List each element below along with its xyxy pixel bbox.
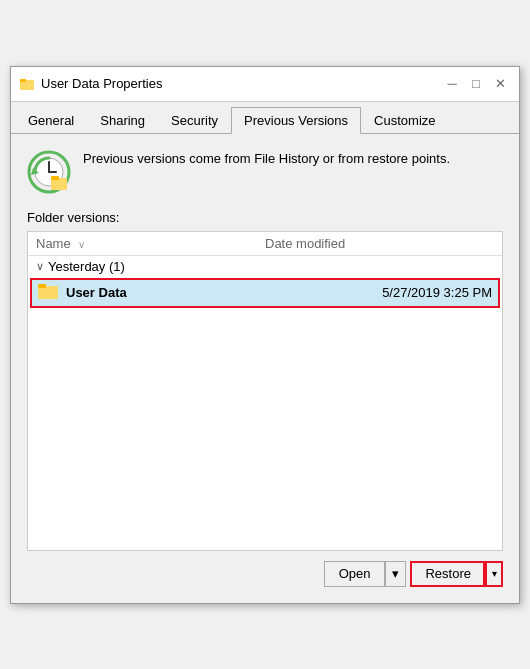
tab-security[interactable]: Security xyxy=(158,107,231,134)
group-chevron-icon: ∨ xyxy=(36,260,44,273)
clock-history-icon xyxy=(27,150,71,194)
folder-versions-label: Folder versions: xyxy=(27,210,503,225)
tab-general[interactable]: General xyxy=(15,107,87,134)
row-name: User Data xyxy=(66,285,382,300)
tab-sharing[interactable]: Sharing xyxy=(87,107,158,134)
info-section: Previous versions come from File History… xyxy=(27,150,503,194)
restore-button[interactable]: Restore xyxy=(410,561,485,587)
title-controls: ─ □ ✕ xyxy=(441,73,511,95)
tab-bar: General Sharing Security Previous Versio… xyxy=(11,102,519,134)
svg-rect-8 xyxy=(51,176,59,180)
properties-window: User Data Properties ─ □ ✕ General Shari… xyxy=(10,66,520,604)
table-row[interactable]: User Data 5/27/2019 3:25 PM xyxy=(30,278,500,308)
maximize-button[interactable]: □ xyxy=(465,73,487,95)
row-date: 5/27/2019 3:25 PM xyxy=(382,285,492,300)
tab-previous-versions[interactable]: Previous Versions xyxy=(231,107,361,134)
svg-rect-1 xyxy=(20,79,26,82)
folder-row-icon xyxy=(38,283,58,303)
restore-dropdown-button[interactable]: ▾ xyxy=(485,561,503,587)
sort-icon: ∨ xyxy=(78,239,85,250)
tab-content: Previous versions come from File History… xyxy=(11,134,519,603)
restore-split-button: Restore ▾ xyxy=(410,561,503,587)
window-title: User Data Properties xyxy=(41,76,162,91)
tab-customize[interactable]: Customize xyxy=(361,107,448,134)
info-description: Previous versions come from File History… xyxy=(83,150,450,168)
open-button[interactable]: Open xyxy=(324,561,386,587)
list-header: Name ∨ Date modified xyxy=(28,232,502,256)
title-bar: User Data Properties ─ □ ✕ xyxy=(11,67,519,102)
close-button[interactable]: ✕ xyxy=(489,73,511,95)
column-date: Date modified xyxy=(265,236,494,251)
button-bar: Open ▾ Restore ▾ xyxy=(27,561,503,587)
svg-rect-10 xyxy=(38,284,46,288)
minimize-button[interactable]: ─ xyxy=(441,73,463,95)
open-dropdown-button[interactable]: ▾ xyxy=(385,561,406,587)
group-label: Yesterday (1) xyxy=(48,259,125,274)
open-split-button: Open ▾ xyxy=(324,561,407,587)
group-yesterday[interactable]: ∨ Yesterday (1) xyxy=(28,256,502,277)
versions-list[interactable]: Name ∨ Date modified ∨ Yesterday (1) Us xyxy=(27,231,503,551)
folder-title-icon xyxy=(19,76,35,92)
title-bar-left: User Data Properties xyxy=(19,76,162,92)
column-name: Name ∨ xyxy=(36,236,265,251)
